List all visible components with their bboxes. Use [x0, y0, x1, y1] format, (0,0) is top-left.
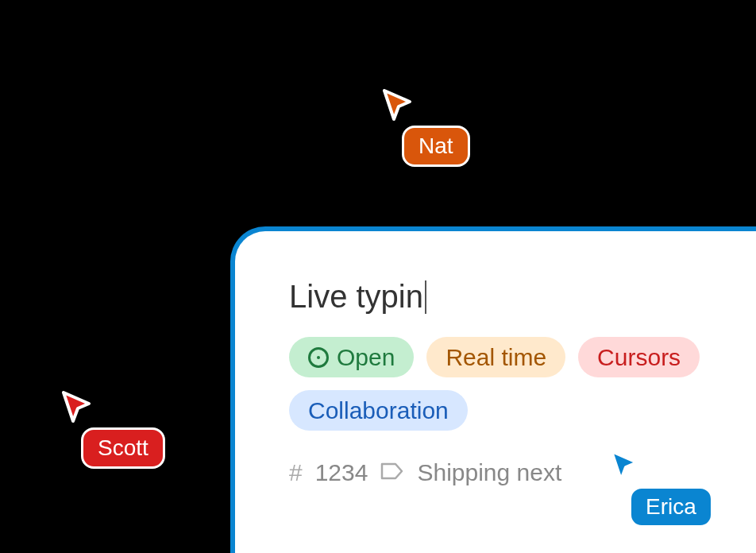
tag-pill-realtime[interactable]: Real time: [426, 337, 565, 377]
tag-label: Collaboration: [308, 395, 449, 426]
tag-row: Open Real time Cursors Collaboration: [289, 337, 734, 431]
open-status-icon: [308, 347, 329, 368]
issue-title: Live typin: [289, 279, 423, 315]
cursor-pointer-icon: [381, 87, 413, 122]
milestone-icon: [380, 459, 404, 486]
status-label: Open: [337, 342, 395, 373]
tag-label: Real time: [446, 342, 546, 373]
presence-cursor-scott: Scott: [60, 389, 165, 469]
cursor-pointer-icon: [60, 389, 92, 424]
tag-pill-cursors[interactable]: Cursors: [578, 337, 700, 377]
milestone-label: Shipping next: [417, 459, 561, 486]
presence-label: Erica: [629, 486, 713, 528]
presence-label: Nat: [402, 126, 470, 167]
presence-cursor-nat: Nat: [381, 87, 470, 167]
cursor-pointer-icon: [608, 448, 640, 483]
tag-pill-collaboration[interactable]: Collaboration: [289, 390, 468, 431]
issue-title-row[interactable]: Live typin: [289, 279, 740, 315]
issue-id: 1234: [315, 459, 368, 486]
presence-label: Scott: [81, 427, 165, 469]
presence-cursor-erica: Erica: [608, 448, 713, 528]
tag-label: Cursors: [597, 342, 681, 373]
status-pill-open[interactable]: Open: [289, 337, 414, 377]
hash-icon: #: [289, 459, 303, 486]
text-caret: [425, 280, 426, 314]
